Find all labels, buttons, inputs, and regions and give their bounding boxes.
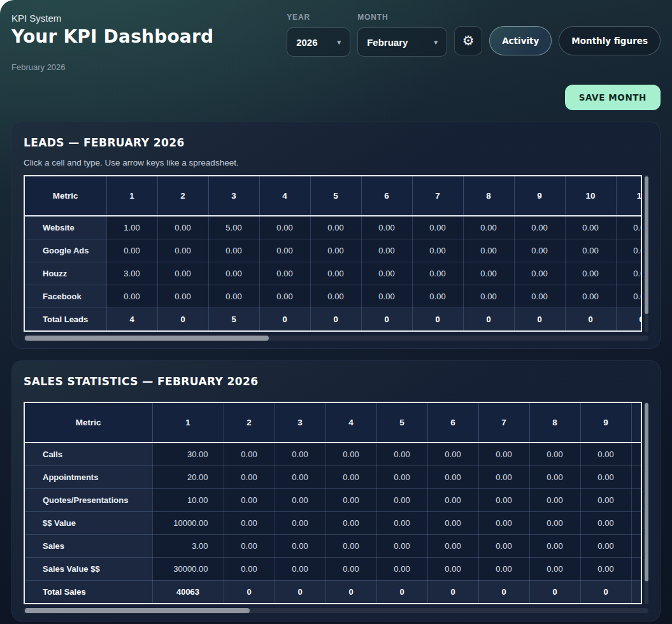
data-cell[interactable]: 10000.00 — [152, 511, 224, 534]
leads-horizontal-scrollbar-thumb[interactable] — [25, 336, 269, 341]
data-cell[interactable]: 0.00 — [529, 488, 580, 511]
data-cell[interactable]: 0.00 — [631, 557, 642, 580]
data-cell[interactable]: 0.00 — [259, 262, 310, 285]
data-cell[interactable]: 0.00 — [376, 511, 427, 534]
data-cell[interactable]: 0.00 — [224, 534, 275, 557]
data-cell[interactable]: 0.00 — [565, 216, 616, 239]
data-cell[interactable]: 0.00 — [275, 511, 325, 534]
data-cell[interactable]: 3.00 — [106, 262, 157, 285]
data-cell[interactable]: 0.00 — [565, 239, 616, 262]
data-cell[interactable]: 0.00 — [275, 557, 325, 580]
data-cell[interactable]: 0.00 — [514, 239, 565, 262]
leads-vertical-scrollbar-thumb[interactable] — [645, 176, 648, 314]
data-cell[interactable]: 0.00 — [631, 488, 642, 511]
data-cell[interactable]: 0.00 — [478, 511, 529, 534]
data-cell[interactable]: 0.00 — [427, 465, 478, 488]
data-cell[interactable]: 0.00 — [616, 216, 642, 239]
data-cell[interactable]: 0.00 — [361, 216, 412, 239]
data-cell[interactable]: 30000.00 — [152, 557, 224, 580]
data-cell[interactable]: 0.00 — [478, 557, 529, 580]
settings-button[interactable]: ⚙ — [454, 26, 482, 55]
data-cell[interactable]: 0.00 — [259, 216, 310, 239]
sales-table[interactable]: Metric12345678910Calls30.000.000.000.000… — [24, 402, 642, 604]
data-cell[interactable]: 0.00 — [616, 239, 642, 262]
data-cell[interactable]: 0.00 — [427, 488, 478, 511]
data-cell[interactable]: 0.00 — [275, 465, 325, 488]
data-cell[interactable]: 0.00 — [376, 534, 427, 557]
data-cell[interactable]: 0.00 — [631, 534, 642, 557]
sales-horizontal-scrollbar-thumb[interactable] — [25, 608, 250, 613]
data-cell[interactable]: 0.00 — [325, 443, 376, 465]
data-cell[interactable]: 0.00 — [580, 557, 631, 580]
data-cell[interactable]: 0.00 — [106, 239, 157, 262]
data-cell[interactable]: 0.00 — [412, 262, 463, 285]
data-cell[interactable]: 0.00 — [529, 511, 580, 534]
data-cell[interactable]: 0.00 — [427, 557, 478, 580]
data-cell[interactable]: 0.00 — [529, 443, 580, 465]
data-cell[interactable]: 0.00 — [631, 511, 642, 534]
data-cell[interactable]: 0.00 — [463, 216, 514, 239]
year-select[interactable]: 2026 ▾ — [287, 27, 350, 57]
data-cell[interactable]: 0.00 — [514, 262, 565, 285]
data-cell[interactable]: 0.00 — [275, 534, 325, 557]
data-cell[interactable]: 0.00 — [412, 239, 463, 262]
data-cell[interactable]: 0.00 — [565, 262, 616, 285]
data-cell[interactable]: 0.00 — [310, 285, 361, 308]
data-cell[interactable]: 0.00 — [616, 262, 642, 285]
data-cell[interactable]: 0.00 — [463, 262, 514, 285]
data-cell[interactable]: 0.00 — [616, 285, 642, 308]
data-cell[interactable]: 0.00 — [208, 239, 259, 262]
data-cell[interactable]: 0.00 — [478, 465, 529, 488]
data-cell[interactable]: 0.00 — [478, 443, 529, 465]
data-cell[interactable]: 0.00 — [157, 285, 208, 308]
data-cell[interactable]: 0.00 — [224, 488, 275, 511]
data-cell[interactable]: 0.00 — [224, 557, 275, 580]
data-cell[interactable]: 0.00 — [580, 443, 631, 465]
data-cell[interactable]: 0.00 — [478, 534, 529, 557]
data-cell[interactable]: 3.00 — [152, 534, 224, 557]
data-cell[interactable]: 0.00 — [325, 534, 376, 557]
data-cell[interactable]: 0.00 — [275, 443, 325, 465]
data-cell[interactable]: 0.00 — [463, 285, 514, 308]
data-cell[interactable]: 0.00 — [208, 262, 259, 285]
data-cell[interactable]: 0.00 — [514, 216, 565, 239]
data-cell[interactable]: 0.00 — [157, 216, 208, 239]
data-cell[interactable]: 30.00 — [152, 443, 224, 465]
data-cell[interactable]: 0.00 — [565, 285, 616, 308]
data-cell[interactable]: 0.00 — [631, 465, 642, 488]
data-cell[interactable]: 0.00 — [529, 557, 580, 580]
data-cell[interactable]: 0.00 — [376, 557, 427, 580]
activity-button[interactable]: Activity — [489, 26, 552, 55]
sales-vertical-scrollbar[interactable] — [645, 402, 648, 604]
data-cell[interactable]: 0.00 — [275, 488, 325, 511]
sales-horizontal-scrollbar[interactable] — [24, 608, 648, 613]
data-cell[interactable]: 0.00 — [361, 262, 412, 285]
data-cell[interactable]: 0.00 — [224, 443, 275, 465]
data-cell[interactable]: 0.00 — [514, 285, 565, 308]
data-cell[interactable]: 0.00 — [325, 511, 376, 534]
leads-horizontal-scrollbar[interactable] — [24, 336, 648, 341]
data-cell[interactable]: 0.00 — [310, 262, 361, 285]
data-cell[interactable]: 0.00 — [376, 488, 427, 511]
data-cell[interactable]: 0.00 — [361, 239, 412, 262]
data-cell[interactable]: 20.00 — [152, 465, 224, 488]
data-cell[interactable]: 0.00 — [529, 534, 580, 557]
data-cell[interactable]: 10.00 — [152, 488, 224, 511]
data-cell[interactable]: 5.00 — [208, 216, 259, 239]
data-cell[interactable]: 0.00 — [427, 511, 478, 534]
data-cell[interactable]: 1.00 — [106, 216, 157, 239]
data-cell[interactable]: 0.00 — [259, 285, 310, 308]
monthly-figures-button[interactable]: Monthly figures — [559, 26, 661, 55]
data-cell[interactable]: 0.00 — [631, 443, 642, 465]
data-cell[interactable]: 0.00 — [580, 511, 631, 534]
sales-vertical-scrollbar-thumb[interactable] — [645, 403, 648, 581]
data-cell[interactable]: 0.00 — [376, 465, 427, 488]
data-cell[interactable]: 0.00 — [427, 443, 478, 465]
save-month-button[interactable]: SAVE MONTH — [565, 85, 661, 110]
data-cell[interactable]: 0.00 — [208, 285, 259, 308]
data-cell[interactable]: 0.00 — [325, 557, 376, 580]
month-select[interactable]: February ▾ — [357, 27, 447, 57]
data-cell[interactable]: 0.00 — [361, 285, 412, 308]
data-cell[interactable]: 0.00 — [412, 285, 463, 308]
data-cell[interactable]: 0.00 — [224, 465, 275, 488]
